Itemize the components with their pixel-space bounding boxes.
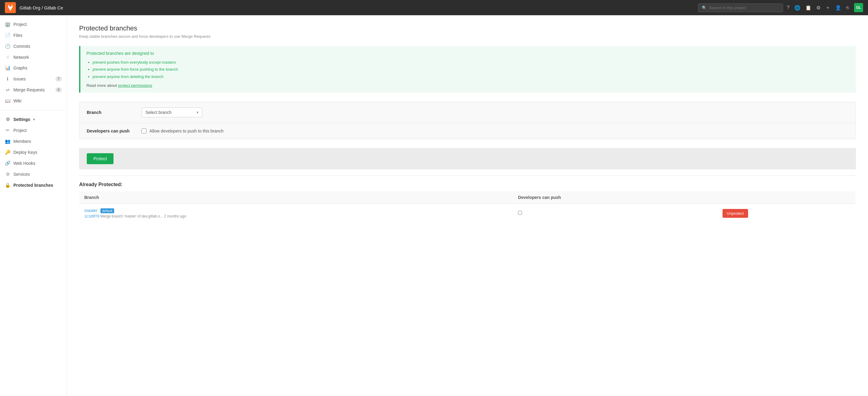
info-box: Protected branches are designed to preve… bbox=[79, 46, 856, 93]
avatar[interactable]: GL bbox=[854, 3, 863, 12]
search-icon: 🔍 bbox=[702, 5, 707, 10]
developers-push-row: Developers can push Allow developers to … bbox=[80, 123, 856, 139]
signout-icon[interactable]: ⎋ bbox=[846, 5, 849, 10]
sidebar-item-wiki[interactable]: 📖 Wiki bbox=[0, 95, 67, 106]
dev-push-cell bbox=[513, 204, 717, 223]
info-box-title: Protected branches are designed to bbox=[87, 51, 850, 56]
settings-icon[interactable]: ⚙ bbox=[816, 5, 820, 11]
sidebar-label-protected-branches: Protected branches bbox=[13, 183, 53, 188]
chevron-down-icon: ▾ bbox=[33, 118, 35, 121]
users-icon: 👥 bbox=[5, 139, 10, 144]
building-icon: 🏢 bbox=[5, 22, 10, 27]
plus-icon[interactable]: ＋ bbox=[826, 5, 830, 11]
unprotect-button[interactable]: Unprotect bbox=[722, 209, 748, 218]
sidebar-item-protected-branches[interactable]: 🔒 Protected branches bbox=[0, 180, 67, 191]
gitlab-logo[interactable] bbox=[5, 2, 16, 13]
user-icon[interactable]: 👤 bbox=[835, 5, 841, 11]
col-actions bbox=[718, 191, 856, 204]
info-item-1: prevent pushes from everybody except mas… bbox=[93, 59, 850, 66]
sidebar-item-network[interactable]: ⑂ Network bbox=[0, 52, 67, 62]
commit-message: Merge branch 'master' of dev.gitlab.o... bbox=[100, 214, 163, 219]
sidebar-item-issues[interactable]: ℹ Issues 7 bbox=[0, 74, 67, 84]
globe-icon[interactable]: 🌐 bbox=[794, 5, 800, 11]
row-developers-push-checkbox[interactable] bbox=[518, 211, 522, 215]
sidebar-item-services[interactable]: ⚙ Services bbox=[0, 169, 67, 180]
page-subtitle: Keep stable branches secure and force de… bbox=[79, 34, 856, 39]
branch-cell: master default 1c1d9f78 Merge branch 'ma… bbox=[80, 204, 514, 223]
sidebar-label-web-hooks: Web Hooks bbox=[13, 161, 35, 166]
sidebar-label-commits: Commits bbox=[13, 44, 30, 49]
edit-icon: ✏ bbox=[5, 128, 10, 133]
search-box[interactable]: 🔍 bbox=[698, 3, 783, 12]
link-icon: 🔗 bbox=[5, 161, 10, 166]
commit-info: 1c1d9f78 Merge branch 'master' of dev.gi… bbox=[84, 214, 508, 219]
settings-section: ⚙ Settings ▾ ✏ Project 👥 Members 🔑 Deplo… bbox=[0, 110, 67, 191]
sidebar-item-project[interactable]: 🏢 Project bbox=[0, 19, 67, 30]
info-item-3: prevent anyone from deleting the branch bbox=[93, 73, 850, 80]
sidebar-item-files[interactable]: 📄 Files bbox=[0, 30, 67, 41]
top-navigation: Gitlab Org / Gitlab Ce 🔍 ? 🌐 📋 ⚙ ＋ 👤 ⎋ G… bbox=[0, 0, 868, 15]
sidebar-item-project-settings[interactable]: ✏ Project bbox=[0, 125, 67, 136]
sidebar-item-web-hooks[interactable]: 🔗 Web Hooks bbox=[0, 158, 67, 169]
clipboard-icon[interactable]: 📋 bbox=[805, 5, 811, 11]
sidebar-item-graphs[interactable]: 📊 Graphs bbox=[0, 62, 67, 74]
sidebar-label-members: Members bbox=[13, 139, 31, 144]
page-title: Protected branches bbox=[79, 24, 856, 32]
developers-push-control: Allow developers to push to this branch bbox=[142, 129, 848, 134]
protected-branches-table: Branch Developers can push master defaul… bbox=[79, 191, 856, 223]
settings-header[interactable]: ⚙ Settings ▾ bbox=[0, 114, 67, 125]
sidebar-label-files: Files bbox=[13, 33, 23, 38]
col-dev-push: Developers can push bbox=[513, 191, 717, 204]
checkbox-label: Allow developers to push to this branch bbox=[149, 129, 224, 134]
settings-label: Settings bbox=[13, 117, 30, 122]
already-protected-title: Already Protected: bbox=[79, 182, 856, 187]
protect-button[interactable]: Protect bbox=[87, 153, 114, 164]
table-header: Branch Developers can push bbox=[80, 191, 856, 204]
sidebar-label-wiki: Wiki bbox=[13, 98, 21, 103]
help-icon[interactable]: ? bbox=[787, 5, 789, 10]
commit-link[interactable]: 1c1d9f78 bbox=[84, 214, 99, 219]
default-badge: default bbox=[100, 208, 114, 213]
branch-select[interactable]: Select branch ▾ bbox=[142, 108, 203, 117]
file-icon: 📄 bbox=[5, 33, 10, 38]
branch-select-value: Select branch bbox=[146, 110, 172, 115]
actions-cell: Unprotect bbox=[718, 204, 856, 223]
search-input[interactable] bbox=[709, 5, 779, 10]
developers-push-checkbox[interactable] bbox=[142, 129, 146, 134]
branch-label: Branch bbox=[87, 110, 142, 115]
col-branch: Branch bbox=[80, 191, 514, 204]
merge-icon: ⇌ bbox=[5, 87, 10, 93]
commit-time: 2 months ago bbox=[164, 214, 186, 219]
sidebar-label-network: Network bbox=[13, 55, 29, 60]
developers-push-label: Developers can push bbox=[87, 129, 142, 134]
project-permissions-link[interactable]: project permissions bbox=[118, 83, 152, 88]
info-box-list: prevent pushes from everybody except mas… bbox=[87, 59, 850, 80]
info-box-footer: Read more about project permissions bbox=[87, 83, 850, 88]
sidebar-label-project: Project bbox=[13, 22, 27, 27]
sidebar-item-commits[interactable]: 🕐 Commits bbox=[0, 41, 67, 52]
table-body: master default 1c1d9f78 Merge branch 'ma… bbox=[80, 204, 856, 223]
sidebar-label-services: Services bbox=[13, 172, 30, 177]
graph-icon: 📊 bbox=[5, 65, 10, 71]
info-item-2: prevent anyone from force pushing to the… bbox=[93, 66, 850, 73]
issues-badge: 7 bbox=[55, 77, 62, 81]
sidebar-item-deploy-keys[interactable]: 🔑 Deploy Keys bbox=[0, 147, 67, 158]
sidebar-label-merge-requests: Merge Requests bbox=[13, 87, 45, 92]
main-content: Protected branches Keep stable branches … bbox=[67, 15, 868, 396]
protect-form: Branch Select branch ▾ Developers can pu… bbox=[79, 102, 856, 169]
already-protected-section: Already Protected: Branch Developers can… bbox=[79, 182, 856, 223]
sidebar-item-members[interactable]: 👥 Members bbox=[0, 136, 67, 147]
sidebar-label-deploy-keys: Deploy Keys bbox=[13, 150, 37, 155]
protect-section: Protect bbox=[79, 148, 856, 169]
project-title: Gitlab Org / Gitlab Ce bbox=[20, 5, 694, 10]
clock-icon: 🕐 bbox=[5, 44, 10, 49]
branch-info: master default bbox=[84, 208, 508, 213]
branch-select-control: Select branch ▾ bbox=[142, 108, 848, 117]
divider bbox=[79, 175, 856, 176]
info-icon: ℹ bbox=[5, 76, 10, 82]
form-fields: Branch Select branch ▾ Developers can pu… bbox=[79, 102, 856, 139]
branch-name-link[interactable]: master bbox=[84, 208, 97, 213]
gear-settings-icon: ⚙ bbox=[5, 117, 10, 122]
sidebar-label-graphs: Graphs bbox=[13, 65, 27, 70]
sidebar-item-merge-requests[interactable]: ⇌ Merge Requests 6 bbox=[0, 84, 67, 95]
